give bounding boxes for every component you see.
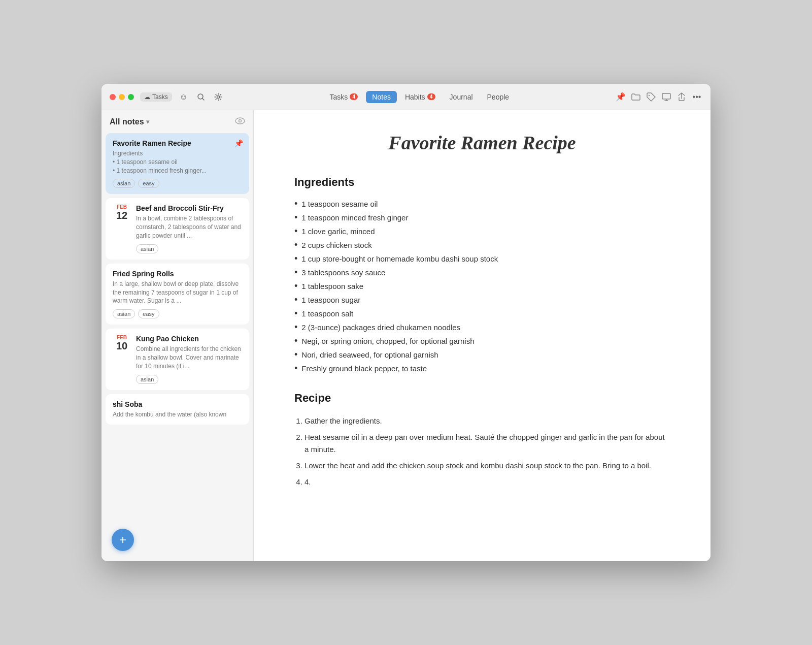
note-main-title: Favorite Ramen Recipe [294,131,670,155]
note-date: FEB 10 [113,335,131,351]
tab-habits[interactable]: Habits 4 [399,91,442,103]
list-item: Heat sesame oil in a deep pan over mediu… [304,429,670,458]
ingredients-heading: Ingredients [294,176,670,189]
svg-point-7 [235,118,245,124]
fullscreen-button[interactable] [128,94,134,100]
tag-asian[interactable]: asian [113,179,135,188]
note-item-stir-fry[interactable]: FEB 12 Beef and Broccoli Stir-Fry In a b… [106,198,249,259]
list-item: Negi, or spring onion, chopped, for opti… [294,334,670,348]
titlebar: ☁ Tasks ☺ Tasks 4 Notes [101,84,710,110]
svg-point-3 [649,94,650,95]
note-item-spring-rolls[interactable]: Fried Spring Rolls In a large, shallow b… [106,264,249,325]
settings-icon[interactable] [213,91,224,103]
more-icon[interactable]: ••• [691,91,702,103]
note-tags-stir-fry: asian [136,244,242,253]
share-icon[interactable] [676,91,687,103]
sidebar-title[interactable]: All notes ▾ [110,117,149,126]
monitor-icon[interactable] [661,91,672,103]
tab-people[interactable]: People [481,91,516,103]
note-tags-spring-rolls: asian easy [113,309,242,318]
note-tags-ramen: asian easy [113,179,242,188]
list-item: 4. [304,474,670,490]
list-item: 1 teaspoon sesame oil [294,197,670,211]
note-item-soba[interactable]: shi Soba Add the kombu and the water (al… [106,394,249,425]
emoji-icon[interactable]: ☺ [178,91,189,103]
svg-rect-4 [662,93,670,99]
chevron-down-icon: ▾ [146,118,149,125]
note-date: FEB 12 [113,204,131,221]
tab-journal[interactable]: Journal [444,91,479,103]
list-item: 2 cups chicken stock [294,238,670,252]
tab-tasks[interactable]: Tasks 4 [324,91,364,103]
tag-easy[interactable]: easy [138,179,159,188]
list-item: Freshly ground black pepper, to taste [294,362,670,375]
recipe-heading: Recipe [294,392,670,405]
tab-notes[interactable]: Notes [366,91,397,103]
list-item: 1 teaspoon sugar [294,293,670,307]
main-content: All notes ▾ Favorite Ramen Recipe [101,110,710,561]
search-icon[interactable] [195,91,207,103]
notes-list: Favorite Ramen Recipe Ingredients • 1 te… [101,133,253,429]
note-inner: FEB 10 Kung Pao Chicken Combine all ingr… [113,335,242,383]
app-window: ☁ Tasks ☺ Tasks 4 Notes [101,84,710,561]
note-content-inner: Beef and Broccoli Stir-Fry In a bowl, co… [136,204,242,253]
svg-point-2 [217,95,219,98]
nav-tabs: Tasks 4 Notes Habits 4 Journal People [230,91,609,103]
add-note-button[interactable]: + [112,529,134,551]
list-item: 1 tablespoon sake [294,279,670,293]
close-button[interactable] [110,94,116,100]
svg-line-1 [202,98,204,100]
minimize-button[interactable] [119,94,125,100]
note-content-area: Favorite Ramen Recipe Ingredients 1 teas… [254,110,710,561]
recipe-list: Gather the ingredients. Heat sesame oil … [294,413,670,490]
weather-icon: ☁ [144,93,150,101]
traffic-lights [110,94,134,100]
list-item: 1 teaspoon salt [294,307,670,320]
tag-icon[interactable] [646,91,657,103]
sidebar-header: All notes ▾ [101,110,253,133]
pin-icon: 📌 [234,139,243,147]
list-item: 3 tablespoons soy sauce [294,266,670,279]
tag-easy[interactable]: easy [138,309,159,318]
tag-asian[interactable]: asian [136,244,158,253]
folder-icon[interactable] [630,91,641,103]
note-item-ramen[interactable]: Favorite Ramen Recipe Ingredients • 1 te… [106,133,249,194]
note-inner: FEB 12 Beef and Broccoli Stir-Fry In a b… [113,204,242,253]
ingredients-list: 1 teaspoon sesame oil 1 teaspoon minced … [294,197,670,375]
titlebar-right: 📌 [615,91,702,103]
note-item-kung-pao[interactable]: FEB 10 Kung Pao Chicken Combine all ingr… [106,329,249,390]
list-item: 1 teaspoon minced fresh ginger [294,211,670,224]
note-content-inner: Kung Pao Chicken Combine all ingredients… [136,335,242,383]
tag-asian[interactable]: asian [136,375,158,384]
notes-list-container: Favorite Ramen Recipe Ingredients • 1 te… [101,133,253,561]
weather-badge: ☁ Tasks [140,92,172,102]
note-tags-kung-pao: asian [136,375,242,384]
list-item: Gather the ingredients. [304,413,670,429]
sidebar: All notes ▾ Favorite Ramen Recipe [101,110,254,561]
list-item: 2 (3-ounce) packages dried chukamen nood… [294,320,670,334]
list-item: Nori, dried seaweed, for optional garnis… [294,348,670,362]
svg-point-8 [239,120,242,122]
list-item: 1 cup store-bought or homemade kombu das… [294,252,670,266]
list-item: 1 clove garlic, minced [294,224,670,238]
pin-icon[interactable]: 📌 [615,91,626,103]
list-item: Lower the heat and add the chicken soup … [304,458,670,474]
tag-asian[interactable]: asian [113,309,135,318]
weather-temp: Tasks [152,93,168,101]
eye-icon[interactable] [235,116,245,127]
